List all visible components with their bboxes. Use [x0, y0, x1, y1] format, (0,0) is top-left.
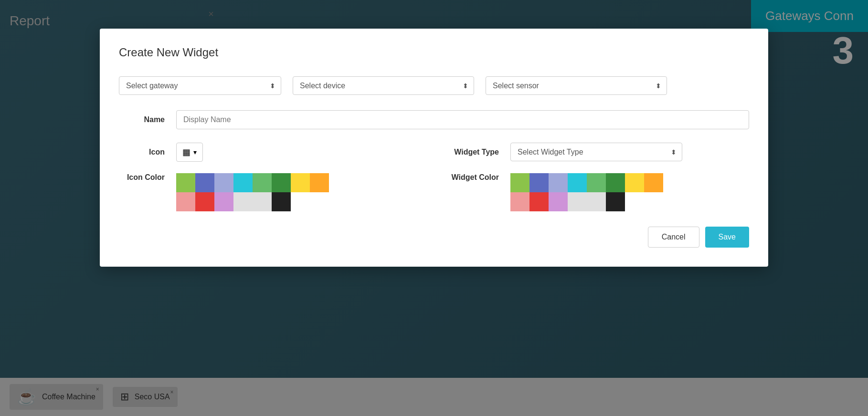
color-cell[interactable]	[644, 173, 663, 192]
color-cell[interactable]	[625, 173, 644, 192]
modal-footer: Cancel Save	[119, 227, 749, 248]
widget-type-label: Widget Type	[434, 148, 510, 156]
icon-picker-button[interactable]: ▦ ▾	[176, 143, 203, 162]
color-cell[interactable]	[549, 173, 568, 192]
icon-section: Icon ▦ ▾	[119, 143, 434, 162]
color-cell[interactable]	[195, 173, 214, 192]
color-cell[interactable]	[587, 192, 606, 211]
widget-type-select-wrapper: Select Widget Type ⬍	[510, 143, 682, 161]
modal-backdrop: Create New Widget Select gateway ⬍ Selec…	[0, 0, 868, 416]
color-cell[interactable]	[587, 173, 606, 192]
color-cell[interactable]	[568, 173, 587, 192]
color-cell[interactable]	[253, 173, 272, 192]
icon-color-grid	[176, 173, 329, 211]
name-row: Name	[119, 110, 749, 129]
color-cell[interactable]	[529, 192, 549, 211]
widget-color-section: Widget Color	[434, 173, 749, 211]
cancel-button[interactable]: Cancel	[648, 227, 699, 248]
icon-preview: ▦	[182, 147, 191, 157]
gateway-select[interactable]: Select gateway	[119, 76, 281, 95]
color-cell[interactable]	[233, 192, 253, 211]
save-button[interactable]: Save	[705, 227, 749, 248]
icon-color-section: Icon Color	[119, 173, 434, 211]
color-cell[interactable]	[310, 173, 329, 192]
name-label: Name	[119, 115, 176, 124]
color-row: Icon Color Widget Color	[119, 173, 749, 211]
gateway-select-wrapper: Select gateway ⬍	[119, 76, 281, 95]
name-input[interactable]	[176, 110, 749, 129]
color-cell[interactable]	[195, 192, 214, 211]
color-cell[interactable]	[214, 173, 233, 192]
icon-color-label: Icon Color	[119, 173, 176, 182]
color-cell[interactable]	[272, 173, 291, 192]
color-cell[interactable]	[606, 192, 625, 211]
color-cell[interactable]	[568, 192, 587, 211]
color-cell[interactable]	[272, 192, 291, 211]
color-cell[interactable]	[606, 173, 625, 192]
color-cell[interactable]	[291, 173, 310, 192]
widget-color-label: Widget Color	[434, 173, 510, 182]
color-cell[interactable]	[510, 192, 529, 211]
icon-widget-row: Icon ▦ ▾ Widget Type Select Widget Type …	[119, 143, 749, 162]
color-cell[interactable]	[510, 173, 529, 192]
create-widget-modal: Create New Widget Select gateway ⬍ Selec…	[100, 29, 768, 267]
device-select[interactable]: Select device	[293, 76, 474, 95]
color-cell[interactable]	[233, 173, 253, 192]
top-selects-row: Select gateway ⬍ Select device ⬍ Select …	[119, 76, 749, 95]
sensor-select[interactable]: Select sensor	[486, 76, 667, 95]
color-cell[interactable]	[176, 192, 195, 211]
color-cell[interactable]	[253, 192, 272, 211]
widget-type-select[interactable]: Select Widget Type	[510, 143, 682, 161]
color-cell[interactable]	[549, 192, 568, 211]
sensor-select-wrapper: Select sensor ⬍	[486, 76, 667, 95]
modal-title: Create New Widget	[119, 46, 749, 59]
color-cell[interactable]	[529, 173, 549, 192]
widget-color-grid	[510, 173, 663, 211]
icon-label: Icon	[119, 148, 176, 156]
color-cell[interactable]	[214, 192, 233, 211]
color-cell[interactable]	[176, 173, 195, 192]
icon-picker-dropdown-arrow: ▾	[193, 148, 197, 156]
widget-type-section: Widget Type Select Widget Type ⬍	[434, 143, 749, 161]
device-select-wrapper: Select device ⬍	[293, 76, 474, 95]
